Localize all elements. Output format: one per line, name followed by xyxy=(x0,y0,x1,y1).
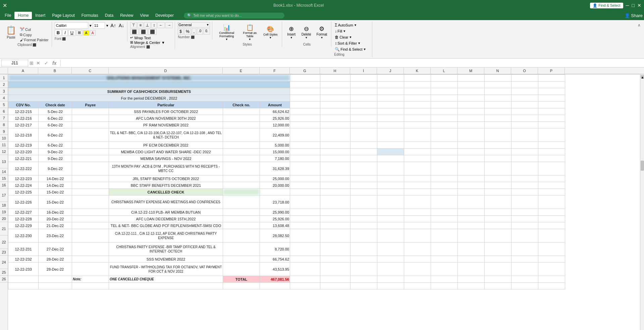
cell-8C[interactable] xyxy=(72,122,109,128)
cell-14N[interactable] xyxy=(485,175,512,182)
cell-26N[interactable] xyxy=(485,283,512,289)
cell-25I[interactable] xyxy=(351,276,377,283)
cell-21G[interactable] xyxy=(290,229,320,242)
cell-1I[interactable] xyxy=(351,75,377,81)
fill-button[interactable]: ↓ Fill ▼ xyxy=(334,28,370,34)
cell-18L[interactable] xyxy=(431,209,458,216)
cell-20M[interactable] xyxy=(458,222,485,229)
cell-6O[interactable] xyxy=(512,108,538,115)
cell-19L[interactable] xyxy=(431,216,458,222)
cell-23H[interactable] xyxy=(320,256,351,263)
cell-15N[interactable] xyxy=(485,182,512,189)
conditional-formatting-button[interactable]: 📊 Conditional Formatting ▼ xyxy=(215,22,238,42)
find-select-button[interactable]: 🔍 Find & Select ▼ xyxy=(334,46,370,52)
cell-23O[interactable] xyxy=(512,256,538,263)
font-color-button[interactable]: A xyxy=(90,30,96,36)
clear-dropdown-icon[interactable]: ▼ xyxy=(349,36,352,39)
cell-16L[interactable] xyxy=(431,189,458,196)
cell-6K[interactable] xyxy=(404,108,431,115)
cell-23P[interactable] xyxy=(538,256,565,263)
cell-24D[interactable]: FUND TRANSFER - WITHHOLDING TAX FOR OCT&… xyxy=(109,263,223,276)
cell-17M[interactable] xyxy=(458,196,485,209)
cell-19E[interactable] xyxy=(223,216,260,222)
font-decrease-icon[interactable]: A↓ xyxy=(118,22,125,29)
cell-9E[interactable] xyxy=(223,128,260,142)
cell-11N[interactable] xyxy=(485,149,512,155)
cell-1P[interactable] xyxy=(538,75,565,81)
cell-16P[interactable] xyxy=(538,189,565,196)
cell-15G[interactable] xyxy=(290,182,320,189)
cell-20L[interactable] xyxy=(431,222,458,229)
cell-22L[interactable] xyxy=(431,242,458,256)
font-expand-icon[interactable]: ⬛ xyxy=(62,37,66,41)
cell-8O[interactable] xyxy=(512,122,538,128)
cell-10C[interactable] xyxy=(72,142,109,149)
col-header-B[interactable]: B xyxy=(38,67,72,74)
col-header-L[interactable]: L xyxy=(431,67,458,74)
cell-12E[interactable] xyxy=(223,155,260,162)
scroll-up-arrow[interactable]: ▲ xyxy=(641,75,644,78)
row-num-1[interactable]: 1 xyxy=(0,74,8,81)
cell-8I[interactable] xyxy=(351,122,377,128)
indent-increase-button[interactable]: → xyxy=(165,22,173,28)
cell-9K[interactable] xyxy=(404,128,431,142)
cell-5N[interactable] xyxy=(485,102,512,108)
cell-10D[interactable]: PF ECM DECEMBER 2022 xyxy=(109,142,223,149)
cell-17L[interactable] xyxy=(431,196,458,209)
cell-18B[interactable]: 16-Dec-22 xyxy=(39,209,72,216)
vertical-scrollbar[interactable]: ▲ ▼ xyxy=(640,74,644,330)
cell-26M[interactable] xyxy=(458,283,485,289)
cell-20A[interactable]: 12-22-229 xyxy=(8,222,39,229)
cell-22N[interactable] xyxy=(485,242,512,256)
cell-23K[interactable] xyxy=(404,256,431,263)
clipboard-expand-icon[interactable]: ⬛ xyxy=(33,43,36,47)
delete-dropdown-icon[interactable]: ▼ xyxy=(305,36,308,39)
cell-24P[interactable] xyxy=(538,263,565,276)
cell-22B[interactable]: 27-Dec-22 xyxy=(39,242,72,256)
cell-18I[interactable] xyxy=(351,209,377,216)
cell-9M[interactable] xyxy=(458,128,485,142)
cell-12O[interactable] xyxy=(512,155,538,162)
cell-20I[interactable] xyxy=(351,222,377,229)
cell-5H[interactable] xyxy=(320,102,351,108)
cell-16A[interactable]: 12-22-225 xyxy=(8,189,39,196)
cell-13J[interactable] xyxy=(377,162,404,175)
cell-21K[interactable] xyxy=(404,229,431,242)
cell-5G[interactable] xyxy=(290,102,320,108)
cell-8P[interactable] xyxy=(538,122,565,128)
cell-12B[interactable]: 9-Dec-22 xyxy=(39,155,72,162)
cell-11K[interactable] xyxy=(404,149,431,155)
cell-19A[interactable]: 12-22-228 xyxy=(8,216,39,222)
cell-10A[interactable]: 12-22-219 xyxy=(8,142,39,149)
cell-23D[interactable]: SSS NOVEMBER 2022 xyxy=(109,256,223,263)
cell-2I[interactable] xyxy=(351,81,377,88)
cell-9L[interactable] xyxy=(431,128,458,142)
cell-24C[interactable] xyxy=(72,263,109,276)
menu-file[interactable]: File xyxy=(1,12,14,19)
cell-20K[interactable] xyxy=(404,222,431,229)
col-header-C[interactable]: C xyxy=(72,67,109,74)
cell-26H[interactable] xyxy=(320,283,351,289)
cell-20P[interactable] xyxy=(538,222,565,229)
cell-19O[interactable] xyxy=(512,216,538,222)
cell-16N[interactable] xyxy=(485,189,512,196)
cell-7M[interactable] xyxy=(458,115,485,122)
row-num-10[interactable]: 10 xyxy=(0,135,8,142)
insert-button[interactable]: ⊕ Insert ▼ xyxy=(285,22,298,42)
cell-14E[interactable] xyxy=(223,175,260,182)
cell-21C[interactable] xyxy=(72,229,109,242)
row-num-6[interactable]: 6 xyxy=(0,108,8,115)
cell-18C[interactable] xyxy=(72,209,109,216)
cell-21I[interactable] xyxy=(351,229,377,242)
row-num-12[interactable]: 12 xyxy=(0,148,8,155)
col-header-M[interactable]: M xyxy=(458,67,484,74)
cell-10K[interactable] xyxy=(404,142,431,149)
cell-25L[interactable] xyxy=(431,276,458,283)
underline-button[interactable]: U xyxy=(68,30,75,36)
cell-7H[interactable] xyxy=(320,115,351,122)
cell-16B[interactable]: 15-Dec-22 xyxy=(39,189,72,196)
italic-button[interactable]: I xyxy=(62,30,68,36)
cell-9N[interactable] xyxy=(485,128,512,142)
ribbon-collapse-button[interactable]: ∧ xyxy=(636,21,642,29)
cell-17O[interactable] xyxy=(512,196,538,209)
